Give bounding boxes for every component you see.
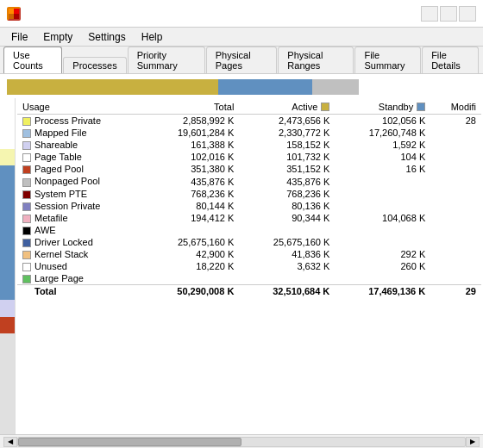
cell-total: 435,876 K bbox=[143, 175, 239, 187]
cell-modified: 29 bbox=[430, 285, 481, 298]
cell-standby bbox=[335, 175, 430, 187]
color-indicator bbox=[22, 275, 31, 283]
app-icon bbox=[7, 7, 21, 21]
tab-processes[interactable]: Processes bbox=[63, 57, 126, 73]
color-indicator bbox=[22, 190, 31, 199]
color-indicator bbox=[22, 117, 31, 126]
cell-standby: 17,469,136 K bbox=[335, 285, 430, 298]
cell-standby: 17,260,748 K bbox=[335, 127, 430, 139]
cell-active: 351,152 K bbox=[239, 163, 335, 175]
tab-use-counts[interactable]: Use Counts bbox=[3, 47, 62, 73]
sidebar-segment bbox=[0, 98, 15, 149]
cell-modified bbox=[430, 200, 481, 212]
table-row: Paged Pool351,380 K351,152 K16 K bbox=[17, 163, 481, 175]
cell-label: System PTE bbox=[17, 188, 143, 200]
row-label-text: Metafile bbox=[34, 213, 68, 223]
tab-file-summary[interactable]: File Summary bbox=[354, 47, 421, 73]
minimize-button[interactable] bbox=[421, 6, 438, 22]
scroll-right-button[interactable]: ▶ bbox=[466, 437, 480, 447]
color-indicator bbox=[22, 202, 31, 211]
color-indicator bbox=[22, 129, 31, 138]
titlebar-left bbox=[7, 7, 26, 21]
row-label-text: Paged Pool bbox=[34, 164, 84, 174]
scrollbar-thumb[interactable] bbox=[18, 438, 242, 446]
cell-total: 194,412 K bbox=[143, 212, 239, 224]
table-row: Process Private2,858,992 K2,473,656 K102… bbox=[17, 115, 481, 128]
titlebar bbox=[0, 0, 483, 28]
table-row: Metafile194,412 K90,344 K104,068 K bbox=[17, 212, 481, 224]
col-header-active: Active bbox=[239, 100, 335, 115]
sidebar bbox=[0, 98, 16, 434]
menu-empty[interactable]: Empty bbox=[35, 28, 80, 46]
cell-total bbox=[143, 272, 239, 285]
cell-label: Process Private bbox=[17, 115, 143, 128]
row-label-text: Driver Locked bbox=[34, 237, 93, 247]
col-header-modified: Modifi bbox=[430, 100, 481, 115]
svg-rect-3 bbox=[14, 14, 19, 19]
table-row: Driver Locked25,675,160 K25,675,160 K bbox=[17, 236, 481, 248]
cell-active: 90,344 K bbox=[239, 212, 335, 224]
cell-label: Page Table bbox=[17, 151, 143, 163]
row-label-text: Process Private bbox=[34, 115, 101, 126]
color-indicator bbox=[22, 165, 31, 174]
cell-active bbox=[239, 224, 335, 236]
cell-active: 158,152 K bbox=[239, 139, 335, 151]
color-indicator bbox=[22, 141, 31, 150]
cell-active: 2,330,772 K bbox=[239, 127, 335, 139]
data-table: Usage Total Active Standby Modifi Proces… bbox=[17, 100, 481, 297]
cell-modified bbox=[430, 175, 481, 187]
cell-modified bbox=[430, 248, 481, 260]
cell-label: Metafile bbox=[17, 212, 143, 224]
cell-active: 41,836 K bbox=[239, 248, 335, 260]
row-label-text: Mapped File bbox=[34, 128, 87, 138]
cell-label: Large Page bbox=[17, 272, 143, 285]
sidebar-segment bbox=[0, 333, 15, 434]
cell-modified bbox=[430, 139, 481, 151]
close-button[interactable] bbox=[459, 6, 476, 22]
menu-settings[interactable]: Settings bbox=[80, 28, 133, 46]
table-row: System PTE768,236 K768,236 K bbox=[17, 188, 481, 200]
cell-total bbox=[143, 224, 239, 236]
table-row: Session Private80,144 K80,136 K bbox=[17, 200, 481, 212]
table-row: Nonpaged Pool435,876 K435,876 K bbox=[17, 175, 481, 187]
table-area: Usage Total Active Standby Modifi Proces… bbox=[16, 98, 483, 434]
table-row: Kernel Stack42,900 K41,836 K292 K bbox=[17, 248, 481, 260]
tab-priority-summary[interactable]: Priority Summary bbox=[128, 47, 205, 73]
cell-active: 2,473,656 K bbox=[239, 115, 335, 128]
table-row: Shareable161,388 K158,152 K1,592 K bbox=[17, 139, 481, 151]
cell-active: 768,236 K bbox=[239, 188, 335, 200]
cell-modified bbox=[430, 260, 481, 272]
cell-total: 18,220 K bbox=[143, 260, 239, 272]
cell-modified bbox=[430, 212, 481, 224]
tab-physical-pages[interactable]: Physical Pages bbox=[206, 47, 278, 73]
cell-label: Driver Locked bbox=[17, 236, 143, 248]
cell-total: 25,675,160 K bbox=[143, 236, 239, 248]
sidebar-segment bbox=[0, 165, 15, 300]
cell-label: Paged Pool bbox=[17, 163, 143, 175]
tab-physical-ranges[interactable]: Physical Ranges bbox=[278, 47, 354, 73]
cell-standby: 104 K bbox=[335, 151, 430, 163]
scroll-left-button[interactable]: ◀ bbox=[3, 437, 17, 447]
cell-total: 80,144 K bbox=[143, 200, 239, 212]
col-header-total: Total bbox=[143, 100, 239, 115]
cell-active: 3,632 K bbox=[239, 260, 335, 272]
menu-file[interactable]: File bbox=[3, 28, 35, 46]
colorbar-segment bbox=[218, 79, 312, 95]
table-row: Total50,290,008 K32,510,684 K17,469,136 … bbox=[17, 285, 481, 298]
svg-rect-0 bbox=[9, 9, 14, 14]
row-label-text: Large Page bbox=[34, 273, 84, 283]
cell-label: AWE bbox=[17, 224, 143, 236]
sidebar-segment bbox=[0, 317, 15, 334]
colorbar bbox=[7, 79, 476, 95]
cell-active: 435,876 K bbox=[239, 175, 335, 187]
color-indicator bbox=[22, 251, 31, 259]
table-row: Mapped File19,601,284 K2,330,772 K17,260… bbox=[17, 127, 481, 139]
main-content: Usage Total Active Standby Modifi Proces… bbox=[0, 74, 483, 448]
cell-active: 101,732 K bbox=[239, 151, 335, 163]
tab-file-details[interactable]: File Details bbox=[422, 47, 479, 73]
maximize-button[interactable] bbox=[440, 6, 457, 22]
horizontal-scrollbar[interactable] bbox=[17, 437, 466, 447]
svg-rect-1 bbox=[14, 9, 19, 14]
cell-standby bbox=[335, 200, 430, 212]
menu-help[interactable]: Help bbox=[134, 28, 171, 46]
